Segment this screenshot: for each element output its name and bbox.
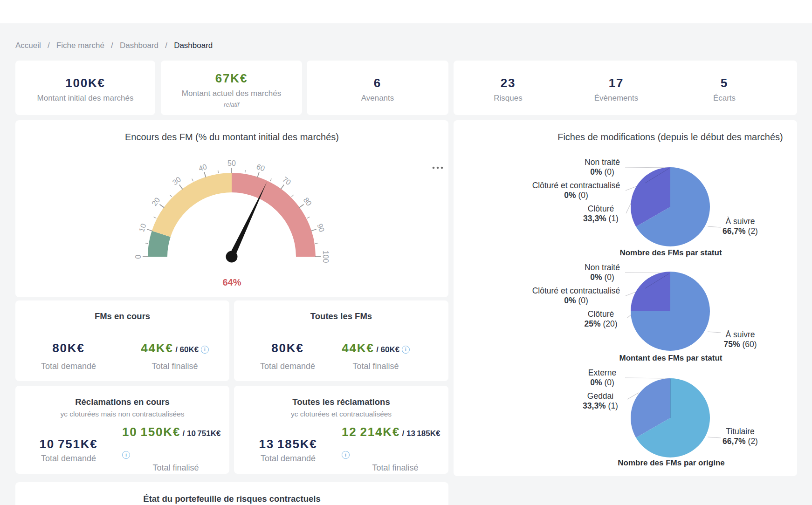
svg-text:40: 40: [198, 163, 208, 173]
svg-text:10: 10: [138, 223, 148, 233]
svg-text:60: 60: [255, 163, 266, 173]
svg-text:80: 80: [302, 196, 313, 207]
svg-text:90: 90: [316, 223, 326, 233]
svg-text:0: 0: [134, 254, 142, 259]
svg-text:50: 50: [227, 159, 236, 167]
svg-text:20: 20: [150, 196, 161, 207]
svg-text:100: 100: [322, 251, 330, 263]
svg-text:30: 30: [171, 175, 182, 186]
svg-text:70: 70: [281, 175, 292, 186]
